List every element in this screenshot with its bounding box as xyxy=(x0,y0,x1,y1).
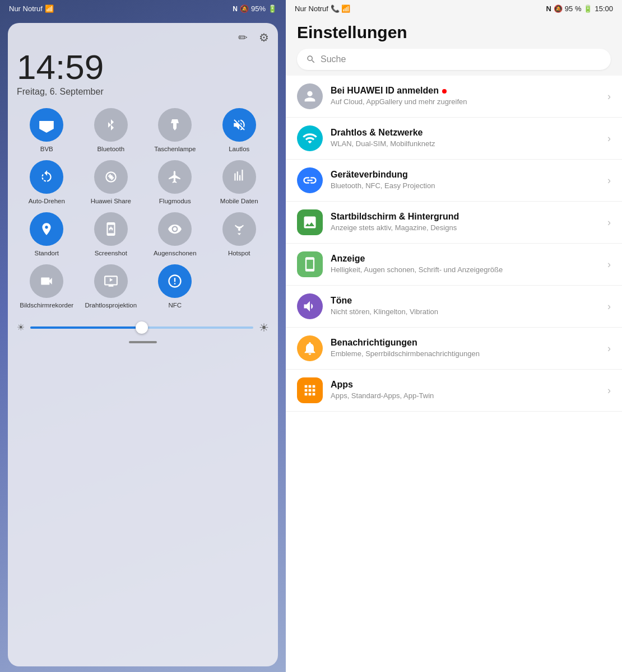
tile-flugmodus-icon xyxy=(158,160,192,194)
tile-taschenlampe-icon xyxy=(158,108,192,142)
tile-huawei-share-label: Huawei Share xyxy=(91,197,131,206)
tile-flugmodus[interactable]: Flugmodus xyxy=(145,160,205,206)
tile-bvb-icon xyxy=(30,108,63,142)
toene-icon xyxy=(297,293,323,319)
clock-display: 14:59 xyxy=(17,50,269,85)
tile-bvb[interactable]: BVB xyxy=(17,108,77,153)
tile-taschenlampe[interactable]: Taschen­lampe xyxy=(145,108,205,153)
settings-item-apps[interactable]: Apps Apps, Standard-Apps, App-Twin › xyxy=(286,370,622,412)
dnd-icon: 🔕 xyxy=(240,4,249,13)
tile-lautlos[interactable]: Lautlos xyxy=(210,108,270,153)
handle-bar xyxy=(129,341,157,343)
apps-icon xyxy=(297,377,323,403)
phone-icon-right: 📞 xyxy=(331,4,340,13)
battery-percent-right: 95 % xyxy=(565,4,582,13)
chevron-geraeteverbindung: › xyxy=(607,175,611,186)
status-bar-right: Nur Notruf 📞 📶 N 🔕 95 % 🔋 15:00 xyxy=(286,0,622,17)
left-status-text: Nur Notruf 📶 xyxy=(9,4,54,13)
brightness-control[interactable]: ☀ ☀ xyxy=(17,321,269,334)
settings-icon[interactable]: ⚙ xyxy=(259,31,269,44)
tile-bluetooth-label: Bluetooth xyxy=(97,145,124,153)
right-status-icons: N 🔕 95% 🔋 xyxy=(233,4,277,13)
settings-item-drahtlos[interactable]: Drahtlos & Netzwerke WLAN, Dual-SIM, Mob… xyxy=(286,118,622,160)
tile-huawei-share-icon xyxy=(94,160,128,194)
benachrichtigungen-subtitle: Embleme, Sperrbildschirmbenachrichtigung… xyxy=(331,349,603,359)
tile-taschenlampe-label: Taschen­lampe xyxy=(154,145,196,153)
tile-screenshot-icon xyxy=(94,212,128,246)
tile-hotspot[interactable]: Hotspot xyxy=(210,212,270,258)
tile-lautlos-label: Lautlos xyxy=(229,145,249,153)
huawei-id-title: Bei HUAWEI ID anmelden xyxy=(331,86,439,96)
tile-standort[interactable]: Standort xyxy=(17,212,77,258)
chevron-toene: › xyxy=(607,301,611,312)
tile-screenshot[interactable]: Screenshot xyxy=(81,212,141,258)
tile-mobile-daten-label: Mobile Daten xyxy=(220,197,258,206)
geraeteverbindung-title: Geräteverbindung xyxy=(331,170,603,180)
tile-auto-drehen[interactable]: Auto-Drehen xyxy=(17,160,77,206)
tile-augen-schonen-icon xyxy=(158,212,192,246)
brightness-slider[interactable] xyxy=(30,326,253,329)
search-placeholder: Suche xyxy=(321,54,346,64)
tile-bluetooth[interactable]: Bluetooth xyxy=(81,108,141,153)
tile-mobile-daten-icon xyxy=(222,160,256,194)
wifi-icon-right: 📶 xyxy=(341,4,350,13)
dnd-status-right: 🔕 xyxy=(554,4,563,13)
tile-augen-schonen[interactable]: Augen­schonen xyxy=(145,212,205,258)
emergency-text-right: Nur Notruf xyxy=(295,4,328,13)
settings-list: Bei HUAWEI ID anmelden Auf Cloud, AppGal… xyxy=(286,76,622,672)
tile-huawei-share[interactable]: Huawei Share xyxy=(81,160,141,206)
huawei-id-icon xyxy=(297,83,323,109)
settings-header: Einstellungen xyxy=(286,17,622,49)
search-bar[interactable]: Suche xyxy=(297,49,611,70)
geraeteverbindung-text: Geräteverbindung Bluetooth, NFC, Easy Pr… xyxy=(331,170,603,191)
battery-icon-right: 🔋 xyxy=(583,4,592,13)
svg-point-0 xyxy=(109,175,113,179)
tile-bildschirmrekorder[interactable]: Bildschirm­rekorder xyxy=(17,264,77,310)
battery-percent: 95% xyxy=(251,4,266,13)
quick-tiles-grid: BVB Bluetooth Taschen­lampe Lautlos xyxy=(17,108,269,310)
clock-right: 15:00 xyxy=(595,4,613,13)
tile-standort-icon xyxy=(30,212,63,246)
tile-standort-label: Standort xyxy=(35,249,59,258)
chevron-drahtlos: › xyxy=(607,133,611,144)
tile-nfc[interactable]: NFC xyxy=(145,264,205,310)
search-icon xyxy=(306,54,316,64)
chevron-anzeige: › xyxy=(607,259,611,270)
tile-drahtlosprojektion-label: Drahtlos­projektion xyxy=(85,301,137,310)
settings-item-huawei-id[interactable]: Bei HUAWEI ID anmelden Auf Cloud, AppGal… xyxy=(286,76,622,118)
tile-nfc-icon xyxy=(158,264,192,298)
settings-item-startbildschirm[interactable]: Startbildschirm & Hintergrund Anzeige st… xyxy=(286,202,622,244)
tile-augen-schonen-label: Augen­schonen xyxy=(154,249,197,258)
tile-drahtlosprojektion[interactable]: Drahtlos­projektion xyxy=(81,264,141,310)
tile-hotspot-label: Hotspot xyxy=(228,249,250,258)
panel-top-actions: ✏ ⚙ xyxy=(17,31,269,44)
startbildschirm-title: Startbildschirm & Hintergrund xyxy=(331,212,603,222)
emergency-label: Nur Notruf xyxy=(9,4,43,13)
toene-subtitle: Nicht stören, Klingelton, Vibration xyxy=(331,307,603,317)
brightness-fill xyxy=(30,326,146,329)
settings-item-toene[interactable]: Töne Nicht stören, Klingelton, Vibration… xyxy=(286,286,622,328)
settings-item-benachrichtigungen[interactable]: Benachrichtigungen Embleme, Sperrbildsch… xyxy=(286,328,622,370)
anzeige-text: Anzeige Helligkeit, Augen schonen, Schri… xyxy=(331,254,603,275)
drahtlos-title: Drahtlos & Netzwerke xyxy=(331,128,603,138)
settings-item-anzeige[interactable]: Anzeige Helligkeit, Augen schonen, Schri… xyxy=(286,244,622,286)
panel-handle xyxy=(17,341,269,343)
startbildschirm-subtitle: Anzeige stets aktiv, Magazine, Designs xyxy=(331,223,603,233)
geraeteverbindung-icon xyxy=(297,167,323,193)
settings-item-geraeteverbindung[interactable]: Geräteverbindung Bluetooth, NFC, Easy Pr… xyxy=(286,160,622,202)
tile-hotspot-icon xyxy=(222,212,256,246)
nfc-icon: N xyxy=(233,5,238,13)
status-bar-left: Nur Notruf 📶 N 🔕 95% 🔋 xyxy=(0,0,286,17)
emergency-label-right: Nur Notruf 📞 📶 xyxy=(295,4,350,13)
brightness-thumb[interactable] xyxy=(136,321,148,334)
chevron-apps: › xyxy=(607,385,611,396)
chevron-huawei-id: › xyxy=(607,91,611,102)
tile-bildschirmrekorder-label: Bildschirm­rekorder xyxy=(20,301,73,310)
tile-mobile-daten[interactable]: Mobile Daten xyxy=(210,160,270,206)
apps-subtitle: Apps, Standard-Apps, App-Twin xyxy=(331,391,603,401)
geraeteverbindung-subtitle: Bluetooth, NFC, Easy Projection xyxy=(331,181,603,191)
edit-icon[interactable]: ✏ xyxy=(238,31,248,44)
benachrichtigungen-title: Benachrichtigungen xyxy=(331,338,603,348)
notification-panel-screen: Nur Notruf 📶 N 🔕 95% 🔋 ✏ ⚙ 14:59 Freitag… xyxy=(0,0,286,672)
tile-drahtlosprojektion-icon xyxy=(94,264,128,298)
